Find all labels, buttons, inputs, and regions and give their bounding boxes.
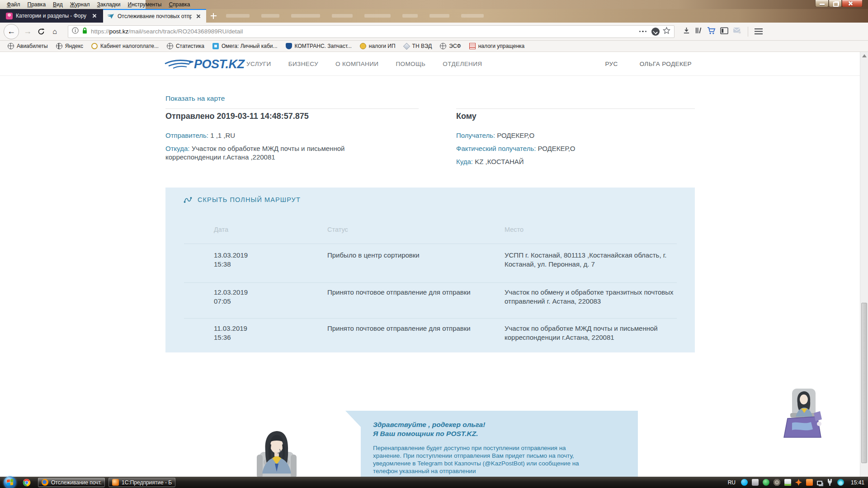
tab-tracking-active[interactable]: Отслеживание почтовых отпр [103,9,206,23]
bookmark-label: Яндекс [65,43,83,49]
scrollbar-thumb[interactable] [861,303,867,463]
reload-button[interactable] [34,25,48,38]
site-nav: УСЛУГИ БИЗНЕСУ О КОМПАНИИ ПОМОЩЬ ОТДЕЛЕН… [246,52,482,76]
close-icon[interactable] [91,12,98,19]
receiver-line: Получатель: РОДЕКЕР,О [456,131,534,140]
chrome-icon[interactable] [23,479,31,487]
menu-help[interactable]: Справка [165,0,193,9]
bookmark-item[interactable]: ТН ВЭД [401,42,435,50]
globe-icon [8,43,14,49]
menu-view[interactable]: Вид [50,0,66,9]
screenshot-mail-icon[interactable] [733,27,741,36]
tnved-icon [403,42,410,50]
bookmark-item[interactable]: Яндекс [53,42,86,50]
menu-edit[interactable]: Правка [24,0,49,9]
table-separator [184,282,677,283]
globe-icon [56,43,62,49]
windows-logo-icon [7,479,13,485]
java-icon[interactable] [806,479,813,486]
postkz-logo[interactable]: POST.KZ [164,57,245,71]
hide-route-toggle[interactable]: СКРЫТЬ ПОЛНЫЙ МАРШРУТ [184,196,301,203]
bookmark-item[interactable]: налоги ИП [357,42,399,50]
bookmark-item[interactable]: налоги упращенка [466,42,528,50]
nav-services[interactable]: УСЛУГИ [246,61,271,67]
home-button[interactable]: ⌂ [48,25,61,38]
cart-icon[interactable] [707,27,716,37]
tab-title: Отслеживание почтовых отпр [118,13,192,19]
1c-icon [112,479,119,486]
printer-icon[interactable] [752,479,759,486]
page-actions-icon[interactable] [639,31,647,33]
taskbar-button-firefox[interactable]: Отслеживание почт... [38,478,105,487]
restore-button[interactable] [829,0,842,7]
bookmark-item[interactable]: Статистика [164,42,208,50]
back-button[interactable]: ← [4,24,19,39]
menu-tools[interactable]: Инструменты [125,0,165,9]
route-icon [184,197,192,203]
taskbar-button-1c[interactable]: 1С:Предприятие - Б... [108,478,175,487]
row-status: Принято почтовое отправление для отправк… [327,288,495,297]
menu-bookmarks[interactable]: Закладки [94,0,124,9]
taskbar: Отслеживание почт... 1С:Предприятие - Б.… [0,477,868,488]
menu-history[interactable]: Журнал [67,0,93,9]
page-scrollbar[interactable] [860,52,868,477]
info-icon[interactable] [72,27,79,36]
nav-about[interactable]: О КОМПАНИИ [335,61,379,67]
gear-icon[interactable] [774,479,780,486]
padlock-icon[interactable] [82,27,88,36]
bookmark-item[interactable]: КОМТРАНС. Запчаст... [283,42,355,50]
hamburger-menu-icon[interactable] [755,28,763,35]
bookmark-item[interactable]: Омега: Личный каби... [209,42,281,50]
bookmark-label: КОМТРАНС. Запчаст... [295,43,352,49]
forward-button[interactable]: → [21,25,34,38]
bookmark-item[interactable]: Авиабилеты [5,42,51,50]
power-plug-icon[interactable] [826,479,833,486]
bookmark-item[interactable]: Кабинет налогоплате... [88,42,162,50]
pocket-icon[interactable] [651,28,660,36]
actual-receiver-line: Фактический получатель: РОДЕКЕР,О [456,144,575,153]
close-button[interactable] [842,0,863,7]
bookmark-label: налоги упращенка [478,43,525,49]
scroll-up-arrow[interactable] [862,54,867,57]
url-text[interactable]: https://post.kz/mail/search/track/RO2043… [91,28,636,35]
komtrans-icon [286,43,292,49]
nav-business[interactable]: БИЗНЕСУ [288,61,318,67]
network-icon[interactable] [817,481,822,485]
bookmark-star-icon[interactable] [663,27,670,36]
bookmark-item[interactable]: ЭСФ [437,42,464,50]
row-date: 12.03.2019 [214,288,291,297]
nav-help[interactable]: ПОМОЩЬ [396,61,425,67]
bookmark-label: Авиабилеты [17,43,48,49]
usb-icon[interactable] [784,479,791,486]
language-switch[interactable]: РУС [605,61,618,67]
language-indicator[interactable]: RU [728,479,736,486]
close-icon[interactable] [195,13,202,20]
nav-branches[interactable]: ОТДЕЛЕНИЯ [443,61,482,67]
start-button[interactable] [4,476,16,488]
antivirus-icon[interactable] [795,479,802,486]
hide-route-label: СКРЫТЬ ПОЛНЫЙ МАРШРУТ [198,196,301,203]
header-right: РУС ОЛЬГА РОДЕКЕР [605,52,692,76]
column-header-place: Место [505,226,524,233]
clock[interactable]: 15:41 [851,479,864,486]
downloads-icon[interactable] [683,27,690,36]
wireless-icon[interactable] [837,479,844,486]
logo-swoosh-icon [164,58,194,71]
row-place: УСПП г. Костанай, 801113 ,Костанайская о… [505,251,682,269]
library-icon[interactable] [695,27,703,36]
user-menu[interactable]: ОЛЬГА РОДЕКЕР [640,61,692,67]
minimize-button[interactable] [815,0,829,7]
window-titlebar: Файл Правка Вид Журнал Закладки Инструме… [0,0,868,9]
page-content: POST.KZ УСЛУГИ БИЗНЕСУ О КОМПАНИИ ПОМОЩЬ… [0,52,860,477]
show-on-map-link[interactable]: Показать на карте [165,94,225,103]
new-tab-button[interactable] [210,12,217,20]
receiver-label: Получатель: [456,131,495,139]
menu-file[interactable]: Файл [4,0,24,9]
sidebar-icon[interactable] [720,27,728,36]
receiver-value: РОДЕКЕР,О [495,131,534,139]
address-bar[interactable]: https://post.kz/mail/search/track/RO2043… [68,25,675,38]
from-label: Откуда: [165,145,190,152]
green-globe-icon[interactable] [763,479,769,486]
tab-forum[interactable]: Категории и разделы - Фору [2,9,102,23]
skype-icon[interactable] [741,479,748,486]
